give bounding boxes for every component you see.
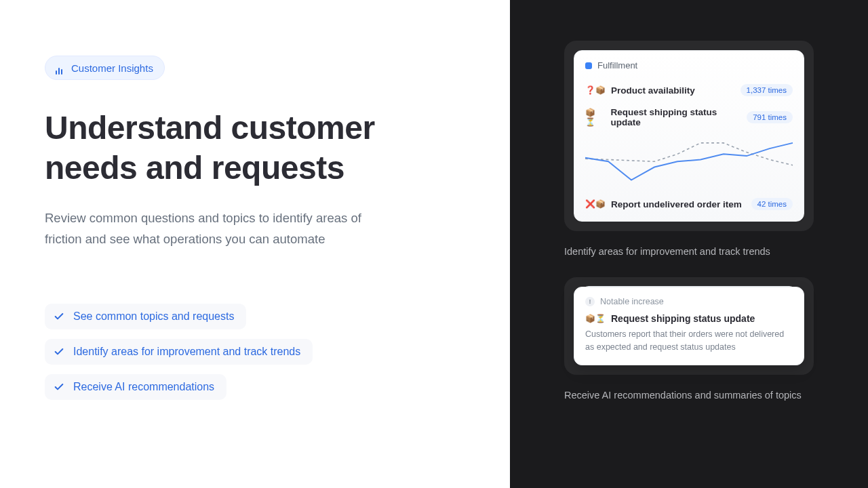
trend-chart [585,136,793,191]
category-tag-label: Customer Insights [71,62,153,74]
feature-bullet: Receive AI recommendations [45,374,226,400]
feature-bullet-label: Identify areas for improvement and track… [73,346,300,358]
count-badge: 1,337 times [741,84,793,96]
topic-emoji-icon: 📦⏳ [585,108,605,127]
alert-icon: ! [585,297,595,306]
notable-increase-label: ! Notable increase [585,297,793,306]
trends-card-title: Fulfillment [597,60,637,70]
feature-bullet: See common topics and requests [45,304,246,329]
recommendation-description: Customers report that their orders were … [585,328,793,354]
topic-label: Report undelivered order item [611,199,742,209]
page-title: Understand customer needs and requests [45,108,411,188]
topic-row: ❌📦 Report undelivered order item 42 time… [585,192,793,217]
feature-bullet-label: Receive AI recommendations [73,381,214,393]
check-icon [53,310,65,323]
recommendation-card: ! Notable increase 📦⏳ Request shipping s… [564,277,814,375]
topic-emoji-icon: ❓📦 [585,85,606,95]
topic-emoji-icon: ❌📦 [585,199,606,209]
feature-bullet-label: See common topics and requests [73,310,234,323]
check-icon [53,346,65,358]
topic-row: 📦⏳ Request shipping status update 791 ti… [585,102,793,133]
preview-panel: Fulfillment ❓📦 Product availability 1,33… [510,0,868,488]
category-tag: Customer Insights [45,56,165,80]
trends-card-header: Fulfillment [585,60,793,70]
page-subtitle: Review common questions and topics to id… [45,208,397,249]
topic-row: ❓📦 Product availability 1,337 times [585,79,793,102]
feature-bullet: Identify areas for improvement and track… [45,339,313,365]
topic-label: Product availability [611,85,695,96]
recommendation-emoji-icon: 📦⏳ [585,314,606,323]
recommendation-title: 📦⏳ Request shipping status update [585,313,793,324]
topic-label: Request shipping status update [610,107,747,127]
count-badge: 42 times [751,198,793,210]
hero-panel: Customer Insights Understand customer ne… [0,0,510,488]
count-badge: 791 times [747,111,793,123]
category-dot-icon [585,62,592,69]
recommendation-card-inner: ! Notable increase 📦⏳ Request shipping s… [574,287,804,365]
feature-bullets: See common topics and requests Identify … [45,304,510,400]
check-icon [53,381,65,393]
trends-card-inner: Fulfillment ❓📦 Product availability 1,33… [574,50,804,222]
recommendation-caption: Receive AI recommendations and summaries… [564,390,814,401]
bar-chart-icon [52,61,66,75]
trends-card: Fulfillment ❓📦 Product availability 1,33… [564,41,814,231]
trends-caption: Identify areas for improvement and track… [564,246,814,257]
